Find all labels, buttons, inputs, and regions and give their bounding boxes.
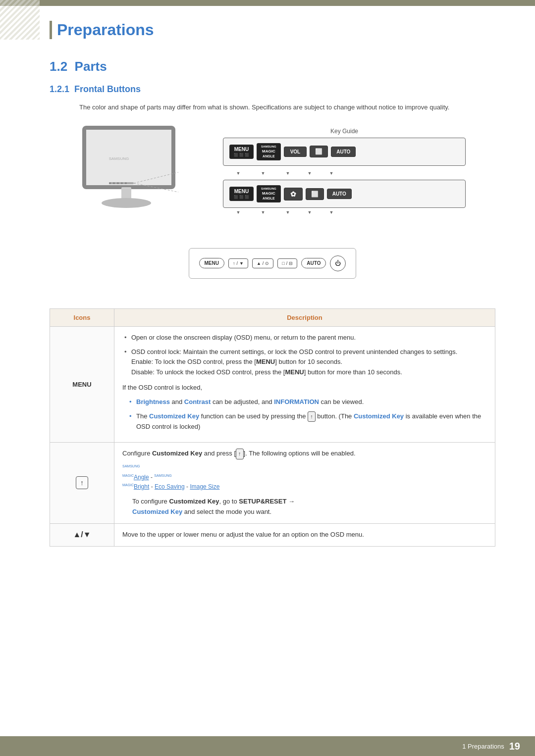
arrow-9: ▼ <box>300 210 319 215</box>
svg-point-5 <box>113 182 115 184</box>
box-btn: □/⊟ <box>277 258 297 268</box>
power-icon-2: ⬜ <box>306 188 324 200</box>
menu-btn-2: MENU ⬛⬛⬛ <box>229 187 254 201</box>
footer: 1 Preparations 19 <box>0 736 535 756</box>
monitor-illustration: SAMSUNG <box>79 123 208 223</box>
auto-btn-1: AUTO <box>331 147 356 157</box>
eco-saving-link: Eco Saving <box>155 483 185 490</box>
description-table: Icons Description MENU Open or close the… <box>50 308 495 547</box>
arrow-5: ▼ <box>322 171 341 176</box>
power-circle-btn: ⏻ <box>330 255 346 271</box>
button-row-wrapper: MENU ↑/▼ ▲/⊙ □/⊟ AUTO ⏻ <box>79 238 466 294</box>
arrow-8: ▼ <box>278 210 297 215</box>
updown-icon-cell: ▲/▼ <box>50 523 114 546</box>
svg-point-7 <box>121 182 123 184</box>
brightness-btn: ✿ <box>284 188 303 201</box>
config-text: To configure Customized Key, go to SETUP… <box>132 497 487 517</box>
triangle-circle-button-item: ▲/⊙ <box>252 258 273 268</box>
options-row: SAMSUNGMAGICAngle - SAMSUNGMAGICBright -… <box>122 463 487 492</box>
up-icon-inline: ↑ <box>308 411 316 422</box>
updown-desc-cell: Move to the upper or lower menu or adjus… <box>114 523 495 546</box>
table-row-updown: ▲/▼ Move to the upper or lower menu or a… <box>50 523 495 546</box>
table-row-menu: MENU Open or close the onscreen display … <box>50 326 495 442</box>
menu-bullet-list: Open or close the onscreen display (OSD)… <box>122 333 487 378</box>
locked-text: If the OSD control is locked, <box>122 383 487 393</box>
svg-point-4 <box>109 182 111 184</box>
col-description: Description <box>114 308 495 326</box>
menu-desc-cell: Open or close the onscreen display (OSD)… <box>114 326 495 442</box>
power-icon-1: ⬜ <box>310 146 328 157</box>
arrow-1: ▼ <box>229 171 248 176</box>
col-icons: Icons <box>50 308 114 326</box>
auto-oval-btn: AUTO <box>301 258 326 268</box>
setup-reset-text: SETUP&RESET <box>239 498 286 505</box>
up-icon-box: ↑ <box>76 476 88 489</box>
menu-icon-cell: MENU <box>50 326 114 442</box>
samsung-magic-btn-1: SAMSUNG MAGIC ANGLE <box>257 143 281 160</box>
vol-btn: VOL <box>284 147 307 157</box>
menu-btn-1: MENU ⬛⬛⬛ <box>229 145 254 159</box>
image-size-link: Image Size <box>190 483 219 490</box>
menu-icon-label: MENU <box>72 381 91 388</box>
arrow-7: ▼ <box>251 210 275 215</box>
section-heading: 1.2 Parts <box>50 59 495 74</box>
angle-link: Angle <box>134 474 149 481</box>
up-icon-inline-2: ↑ <box>236 449 244 459</box>
menu-bullet-1: Open or close the onscreen display (OSD)… <box>122 333 487 343</box>
sub-bullet-2: The Customized Key function can be used … <box>127 411 487 432</box>
arrow-right: → <box>288 498 295 505</box>
intro-text: The color and shape of parts may differ … <box>79 102 495 113</box>
up-icon-cell: ↑ <box>50 442 114 523</box>
key-guide-area: Key Guide MENU ⬛⬛⬛ SAMSUNG MAGIC ANGLE V… <box>223 123 466 215</box>
auto-btn-2: AUTO <box>327 189 352 199</box>
top-bar <box>0 0 535 6</box>
sub-bullet-list: Brightness and Contrast can be adjusted,… <box>127 397 487 432</box>
sub-bullet-1: Brightness and Contrast can be adjusted,… <box>127 397 487 407</box>
button-row-diagram: MENU ↑/▼ ▲/⊙ □/⊟ AUTO ⏻ <box>189 248 357 279</box>
up-down-button-item: ↑/▼ <box>228 258 248 268</box>
customized-key-intro: Configure Customized Key and press [↑]. … <box>122 449 487 459</box>
up-down-btn: ↑/▼ <box>228 258 248 268</box>
subsection-heading: 1.2.1 Frontal Buttons <box>50 84 495 95</box>
power-button-item: ⏻ <box>330 255 346 271</box>
svg-point-8 <box>125 182 127 184</box>
key-guide-row-1: MENU ⬛⬛⬛ SAMSUNG MAGIC ANGLE VOL ⬜ AUTO <box>223 138 466 166</box>
arrow-4: ▼ <box>300 171 319 176</box>
triangle-circle-btn: ▲/⊙ <box>252 258 273 268</box>
svg-text:SAMSUNG: SAMSUNG <box>109 156 129 161</box>
customized-key-desc-cell: Configure Customized Key and press [↑]. … <box>114 442 495 523</box>
updown-icon-label: ▲/▼ <box>73 530 91 539</box>
separator-2: - <box>151 483 155 490</box>
menu-oval-btn: MENU <box>199 258 224 268</box>
bright-link: Bright <box>134 483 149 490</box>
auto-button-item: AUTO <box>301 258 326 268</box>
corner-decoration <box>0 0 40 40</box>
menu-bullet-2: OSD control lock: Maintain the current s… <box>122 347 487 378</box>
updown-desc-text: Move to the upper or lower menu or adjus… <box>122 530 487 540</box>
arrow-10: ▼ <box>322 210 341 215</box>
table-row-customized-key: ↑ Configure Customized Key and press [↑]… <box>50 442 495 523</box>
svg-point-10 <box>102 198 151 208</box>
arrow-6: ▼ <box>229 210 248 215</box>
box-button-item: □/⊟ <box>277 258 297 268</box>
diagram-container: SAMSUNG Key Guide <box>79 123 466 223</box>
key-guide-label: Key Guide <box>223 128 466 135</box>
customized-key-link: Customized Key <box>132 508 182 515</box>
footer-number: 19 <box>509 741 520 752</box>
svg-point-6 <box>117 182 119 184</box>
arrow-2: ▼ <box>251 171 275 176</box>
key-guide-row-2: MENU ⬛⬛⬛ SAMSUNG MAGIC ANGLE ✿ ⬜ AUTO <box>223 180 466 208</box>
arrow-3: ▼ <box>278 171 297 176</box>
page-title: Preparations <box>50 21 495 39</box>
footer-label: 1 Preparations <box>462 743 504 750</box>
menu-button-item: MENU <box>199 258 224 268</box>
samsung-magic-btn-2: SAMSUNG MAGIC ANGLE <box>257 185 281 202</box>
